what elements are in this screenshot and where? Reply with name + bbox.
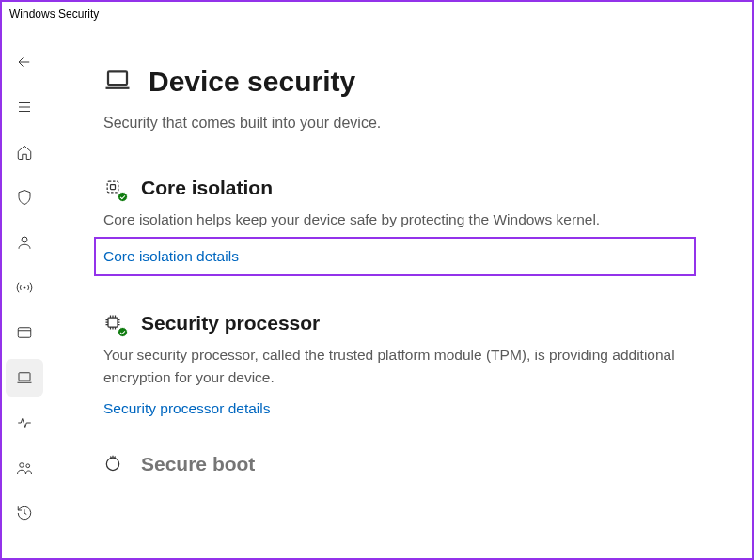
section-title: Secure boot — [141, 453, 255, 475]
broadcast-icon — [16, 279, 33, 296]
sidebar-item-device[interactable] — [6, 359, 43, 397]
people-icon — [16, 459, 33, 476]
sidebar-item-performance[interactable] — [6, 404, 43, 442]
page-title: Device security — [149, 66, 355, 98]
shield-icon — [16, 189, 33, 206]
svg-point-4 — [20, 463, 24, 468]
svg-point-0 — [22, 237, 27, 242]
security-processor-details-link[interactable]: Security processor details — [103, 400, 270, 417]
heart-pulse-icon — [16, 414, 33, 431]
history-icon — [16, 505, 33, 521]
sidebar-item-history[interactable] — [6, 494, 43, 532]
section-desc: Core isolation helps keep your device sa… — [103, 209, 696, 231]
sidebar-item-firewall[interactable] — [6, 269, 43, 306]
section-security-processor: Security processor Your security process… — [103, 312, 696, 417]
arrow-left-icon — [16, 54, 33, 70]
sidebar-item-virus[interactable] — [6, 179, 43, 216]
svg-rect-8 — [111, 185, 116, 190]
svg-rect-6 — [108, 71, 127, 85]
home-icon — [16, 144, 33, 161]
svg-rect-7 — [107, 181, 118, 193]
page-subtitle: Security that comes built into your devi… — [103, 115, 696, 132]
sidebar-item-app[interactable] — [6, 314, 43, 351]
browser-icon — [16, 324, 33, 341]
security-processor-icon — [103, 313, 124, 334]
window-title: Windows Security — [2, 2, 752, 26]
core-isolation-details-link[interactable]: Core isolation details — [103, 248, 239, 265]
svg-point-1 — [24, 287, 26, 289]
secure-boot-icon — [103, 454, 124, 474]
svg-point-5 — [26, 464, 30, 468]
main-content: Device security Security that comes buil… — [47, 26, 752, 558]
svg-point-10 — [106, 458, 118, 470]
page-header: Device security — [103, 66, 696, 98]
section-title: Security processor — [141, 312, 320, 334]
section-title: Core isolation — [141, 177, 273, 199]
core-isolation-icon — [103, 178, 124, 198]
section-core-isolation: Core isolation Core isolation helps keep… — [103, 177, 696, 276]
laptop-icon — [16, 369, 33, 386]
sidebar-item-account[interactable] — [6, 224, 43, 261]
status-ok-badge — [118, 192, 128, 202]
back-button[interactable] — [6, 43, 43, 81]
laptop-icon — [103, 66, 132, 98]
status-ok-badge — [118, 327, 128, 337]
sidebar-item-home[interactable] — [6, 133, 43, 171]
svg-rect-2 — [18, 328, 31, 338]
hamburger-icon — [16, 99, 33, 116]
section-desc: Your security processor, called the trus… — [103, 344, 696, 389]
sidebar-item-family[interactable] — [6, 449, 43, 487]
svg-rect-9 — [108, 318, 118, 327]
highlighted-link-box: Core isolation details — [94, 237, 696, 276]
svg-rect-3 — [19, 373, 30, 381]
menu-button[interactable] — [6, 88, 43, 126]
sidebar — [2, 26, 47, 558]
section-secure-boot-partial: Secure boot — [103, 453, 696, 475]
person-icon — [16, 234, 33, 251]
